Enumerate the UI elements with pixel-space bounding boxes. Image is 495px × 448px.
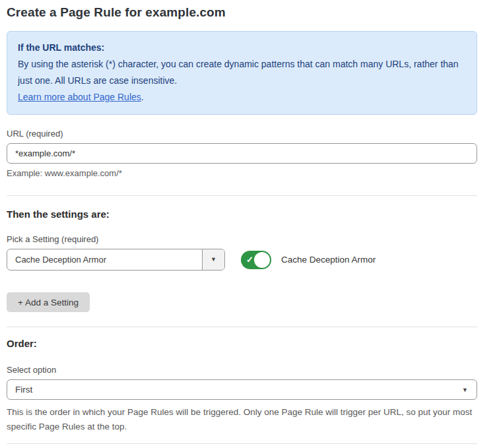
info-box-link-line: Learn more about Page Rules. [18,89,466,106]
order-select-value: First [15,385,32,395]
order-heading: Order: [7,338,477,349]
toggle-knob [254,252,270,268]
page-title: Create a Page Rule for example.com [7,5,477,20]
link-suffix: . [141,92,144,102]
info-box-heading: If the URL matches: [18,40,466,56]
learn-more-link[interactable]: Learn more about Page Rules [18,92,141,102]
check-icon: ✓ [246,255,253,265]
order-select-label: Select option [7,365,477,375]
info-box-body: By using the asterisk (*) character, you… [18,56,466,89]
divider [7,443,477,444]
url-example-text: Example: www.example.com/* [7,168,477,178]
divider [7,327,477,327]
setting-select-arrow-button[interactable]: ▼ [202,249,224,270]
create-page-rule-form: Create a Page Rule for example.com If th… [0,0,495,448]
url-input[interactable] [7,143,477,164]
url-label: URL (required) [7,129,477,139]
setting-select[interactable]: Cache Deception Armor ▼ [7,249,225,271]
url-match-info-box: If the URL matches: By using the asteris… [7,31,477,115]
order-description: This is the order in which your Page Rul… [7,405,477,434]
divider [7,195,477,196]
setting-picker-label: Pick a Setting (required) [7,234,477,244]
settings-heading: Then the settings are: [7,208,477,220]
chevron-down-icon: ▼ [462,387,468,393]
setting-toggle[interactable]: ✓ [241,251,271,269]
chevron-down-icon: ▼ [211,257,216,263]
add-setting-button[interactable]: + Add a Setting [7,292,90,312]
setting-toggle-label: Cache Deception Armor [281,255,376,265]
setting-row: Cache Deception Armor ▼ ✓ Cache Deceptio… [7,249,477,271]
setting-select-value: Cache Deception Armor [7,249,202,270]
order-select[interactable]: First ▼ [7,379,477,400]
